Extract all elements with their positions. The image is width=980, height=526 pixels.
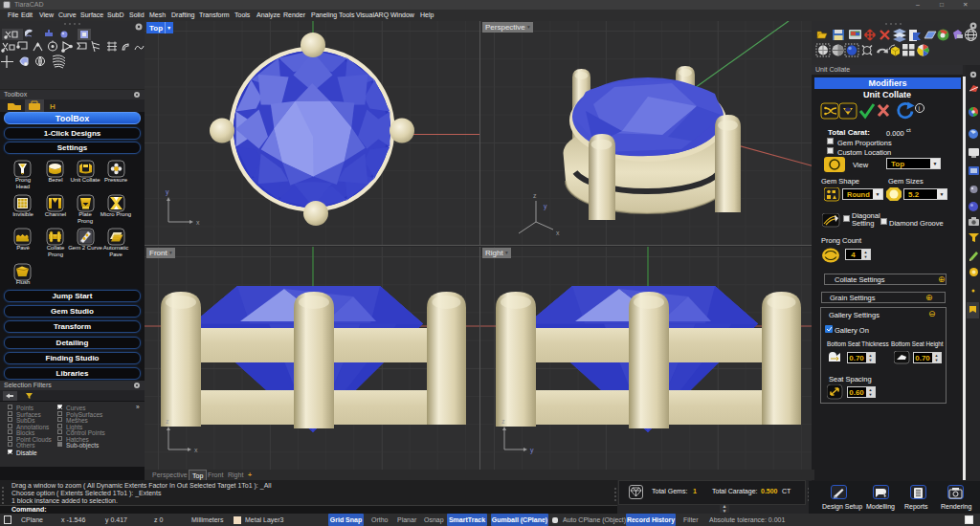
svg-text:H: H	[50, 102, 56, 111]
svg-text:y: y	[530, 447, 534, 454]
svg-text:z: z	[501, 418, 505, 425]
svg-text:y: y	[166, 188, 169, 196]
svg-text:z: z	[166, 418, 169, 425]
svg-text:x: x	[196, 219, 200, 226]
svg-text:i: i	[919, 105, 921, 112]
svg-text:z: z	[533, 192, 537, 199]
svg-text:y: y	[544, 203, 547, 210]
svg-text:x: x	[194, 447, 198, 453]
svg-text:x: x	[556, 230, 560, 236]
